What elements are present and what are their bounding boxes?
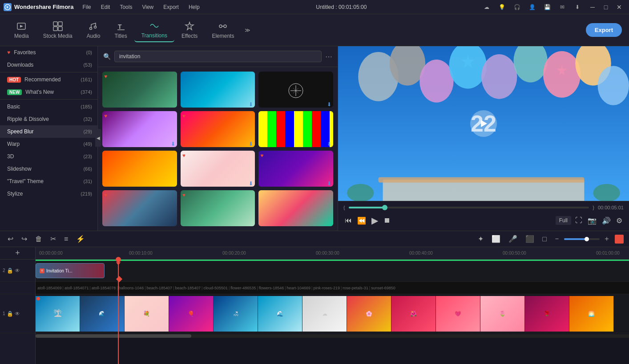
tab-transitions[interactable]: Transitions (134, 18, 174, 42)
clip-sunset[interactable]: 🌅 (569, 296, 614, 332)
snapshot-button[interactable]: 📷 (586, 215, 598, 226)
tab-audio-label: Audio (87, 33, 101, 39)
volume-button[interactable]: 🔊 (601, 215, 612, 226)
track2-eye-icon[interactable]: 👁 (15, 268, 20, 274)
zoom-slider[interactable] (564, 238, 600, 240)
fullscreen-button[interactable]: ⛶ (574, 215, 584, 226)
grid-view-button[interactable]: ⋯ (325, 52, 332, 61)
stop-button[interactable]: ⏹ (382, 215, 392, 226)
clip-heart[interactable]: 💗 (436, 296, 480, 332)
bulb-icon[interactable]: 💡 (496, 2, 507, 12)
search-input[interactable] (114, 51, 322, 62)
copilot-button[interactable]: ⬛ (523, 233, 536, 244)
sidebar-item-downloads[interactable]: Downloads (53) (0, 59, 97, 71)
transition-item-11[interactable]: ♥ (181, 190, 255, 226)
toolbar-expand-btn[interactable]: ≫ (245, 27, 250, 33)
menu-edit[interactable]: Edit (99, 3, 112, 11)
clip-balloons[interactable]: 🎈 (169, 296, 214, 332)
transition-item-2[interactable]: ⬇ Summer_Set_Beach... (181, 72, 255, 108)
export-button[interactable]: Export (586, 23, 622, 37)
tab-audio[interactable]: Audio (80, 19, 108, 42)
add-track-button[interactable]: + (0, 247, 35, 259)
cloud-icon[interactable]: ☁ (481, 2, 492, 12)
title-clip[interactable]: T Invitation Ti... (36, 263, 105, 278)
menu-file[interactable]: File (81, 3, 93, 11)
play-button[interactable]: ▶ (370, 214, 379, 227)
transition-item-9[interactable]: ♥ ⬇ Birthday Celebration ... (258, 151, 333, 187)
user-icon[interactable]: 👤 (527, 2, 537, 12)
subtitle-button[interactable]: □ (540, 234, 549, 244)
sidebar-item-ripple[interactable]: Ripple & Dissolve (32) (0, 113, 97, 125)
preview-play-overlay[interactable] (470, 110, 497, 137)
menu-help[interactable]: Help (187, 3, 202, 11)
record-button[interactable] (615, 235, 624, 244)
track1-lock-icon[interactable]: 🔒 (7, 311, 13, 317)
clip-atoll1[interactable]: 🏝 (36, 296, 80, 332)
clip-cloud[interactable]: ☁ (302, 296, 347, 332)
sidebar-item-3d[interactable]: 3D (23) (0, 150, 97, 163)
cut-button[interactable]: ✂ (48, 233, 58, 244)
adjust-button[interactable]: ≡ (62, 234, 70, 244)
scrollbar-thumb[interactable] (36, 334, 191, 338)
sidebar-collapse-btn[interactable]: ◀ (95, 129, 98, 147)
headset-icon[interactable]: 🎧 (512, 2, 522, 12)
sidebar-item-travel[interactable]: "Travel" Theme (31) (0, 175, 97, 188)
settings-small-button[interactable]: ⚙ (615, 215, 624, 226)
voiceover-button[interactable]: 🎤 (506, 233, 520, 244)
clip-atoll2[interactable]: 🌊 (80, 296, 125, 332)
close-button[interactable]: ✕ (613, 1, 625, 13)
transition-item-1[interactable]: ♥ JP Summer Pack Tra... (102, 72, 177, 108)
transition-item-8[interactable]: ♥ ⬇ Wedding Floral Pack ... (181, 151, 255, 187)
clip-rose[interactable]: 🌹 (525, 296, 569, 332)
tab-effects[interactable]: Effects (174, 19, 205, 42)
sidebar-item-warp[interactable]: Warp (49) (0, 138, 97, 150)
zoom-in-button[interactable]: ＋ (602, 233, 611, 244)
tab-elements[interactable]: Elements (205, 19, 241, 42)
clip-pink[interactable]: 🌷 (480, 296, 525, 332)
menu-view[interactable]: View (140, 3, 155, 11)
sidebar-item-basic[interactable]: Basic (185) (0, 100, 97, 113)
clip-beach1[interactable]: 🏖 (214, 296, 258, 332)
quality-selector[interactable]: Full (556, 216, 571, 225)
mail-icon[interactable]: ✉ (557, 2, 568, 12)
timeline-scrollbar[interactable] (36, 334, 629, 338)
audio-button[interactable]: ⚡ (74, 233, 87, 244)
transition-item-7[interactable]: Back To School Day ... (102, 151, 177, 187)
redo-button[interactable]: ↪ (19, 233, 29, 244)
tab-stock-media[interactable]: Stock Media (36, 19, 80, 42)
motion-effect-button[interactable]: ✦ (476, 233, 486, 244)
clip-beach2[interactable]: 🌊 (258, 296, 302, 332)
transition-item-5[interactable]: ♥ ⬇ Birthday Celebration ... (181, 111, 255, 147)
sidebar-item-stylize[interactable]: Stylize (219) (0, 188, 97, 200)
clip-wedding[interactable]: 💐 (125, 296, 169, 332)
sidebar-item-whats-new[interactable]: NEW What's New (374) (0, 86, 97, 98)
minimize-button[interactable]: ─ (586, 1, 599, 13)
track2-lock-icon[interactable]: 🔒 (7, 268, 13, 274)
transition-item-10[interactable]: ♥ (102, 190, 177, 226)
clip-flowers[interactable]: 🌺 (391, 296, 436, 332)
tab-titles[interactable]: T Titles (107, 19, 134, 42)
sidebar-item-favorites[interactable]: ♥ Favorites (0) (0, 46, 97, 59)
sidebar-item-slideshow[interactable]: Slideshow (66) (0, 163, 97, 175)
maximize-button[interactable]: □ (600, 1, 612, 13)
menu-tools[interactable]: Tools (118, 3, 134, 11)
menu-export[interactable]: Export (161, 3, 181, 11)
transition-item-6[interactable]: ⬇ Summer Sale Pack Tr... (258, 111, 333, 147)
zoom-out-button[interactable]: － (552, 233, 561, 244)
sidebar-item-recommended[interactable]: HOT Recommended (161) (0, 73, 97, 86)
transition-item-12[interactable] (258, 190, 333, 226)
sidebar-item-speed-blur[interactable]: Speed Blur (29) (0, 125, 97, 138)
tab-media[interactable]: Media (7, 19, 36, 42)
transition-item-3[interactable]: ⬇ Round Zoom In (258, 72, 333, 108)
track1-eye-icon[interactable]: 👁 (15, 311, 20, 317)
delete-button[interactable]: 🗑 (33, 234, 44, 244)
clip-flower[interactable]: 🌸 (347, 296, 391, 332)
undo-button[interactable]: ↩ (5, 233, 16, 244)
transition-item-4[interactable]: ♥ ⬇ JP Summer Pack Tra... (102, 111, 177, 147)
download-icon[interactable]: ⬇ (572, 2, 583, 12)
save-icon[interactable]: 💾 (542, 2, 552, 12)
rewind-button[interactable]: ⏮ (343, 215, 353, 226)
playback-progress-bar[interactable] (349, 207, 589, 208)
step-back-button[interactable]: ⏪ (356, 215, 367, 226)
audio-track-button[interactable]: ⬜ (489, 233, 503, 244)
